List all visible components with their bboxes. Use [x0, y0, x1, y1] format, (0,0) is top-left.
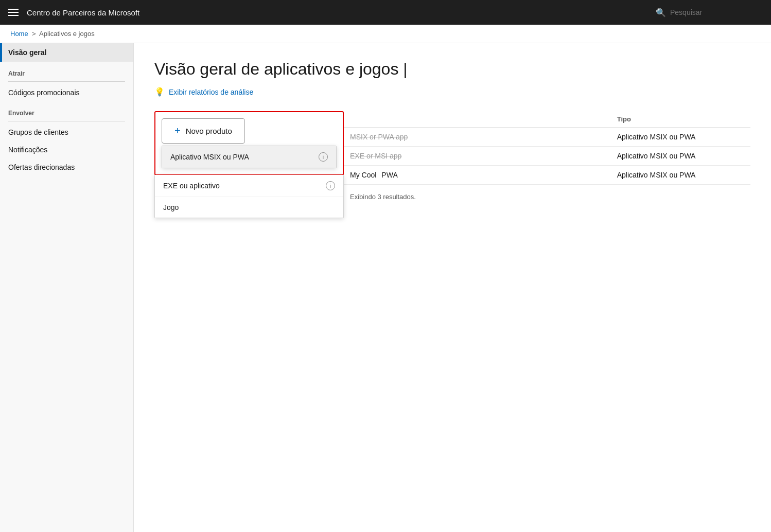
page-title: Visão geral de aplicativos e jogos |: [154, 60, 750, 79]
navbar: Centro de Parceiros da Microsoft 🔍: [0, 0, 771, 25]
dropdown-menu: Aplicativo MSIX ou PWA i: [162, 146, 337, 168]
dropdown-menu-extra: EXE ou aplicativo i Jogo: [154, 175, 344, 218]
sidebar-section-envolver: Envolver: [0, 101, 133, 119]
table-cell-name-2: EXE or MSI app: [350, 152, 617, 160]
navbar-title: Centro de Parceiros da Microsoft: [27, 8, 650, 17]
red-box: + Novo produto Aplicativo MSIX ou PWA i: [154, 111, 344, 175]
sidebar-item-visao-geral[interactable]: Visão geral: [0, 43, 133, 62]
search-icon: 🔍: [656, 8, 666, 17]
table-col-name-header: [350, 115, 617, 123]
table-cell-name-3: My Cool PWA: [350, 171, 617, 179]
main-content: Visão geral de aplicativos e jogos | 💡 E…: [134, 43, 771, 532]
sidebar-section-atrair: Atrair: [0, 62, 133, 79]
sidebar-divider-2: [8, 121, 125, 121]
layout: Visão geral Atrair Códigos promocionais …: [0, 43, 771, 532]
dropdown-item-jogo[interactable]: Jogo: [155, 197, 343, 218]
table-cell-type-3: Aplicativo MSIX ou PWA: [617, 171, 750, 179]
sidebar-item-ofertas[interactable]: Ofertas direcionadas: [0, 158, 133, 176]
dropdown-jogo-label: Jogo: [163, 203, 179, 211]
new-product-button[interactable]: + Novo produto: [162, 118, 245, 144]
sidebar-item-grupos[interactable]: Grupos de clientes: [0, 123, 133, 141]
table-cell-type-1: Aplicativo MSIX ou PWA: [617, 133, 750, 141]
table-cell-name-1: MSIX or PWA app: [350, 133, 617, 141]
sidebar-item-codigos[interactable]: Códigos promocionais: [0, 84, 133, 101]
table-cell-type-2: Aplicativo MSIX ou PWA: [617, 152, 750, 160]
search-input[interactable]: [670, 8, 752, 16]
analytics-link[interactable]: 💡 Exibir relatórios de análise: [154, 87, 750, 97]
app-name-mycool: My Cool: [350, 171, 376, 179]
lightbulb-icon: 💡: [154, 87, 165, 97]
sidebar: Visão geral Atrair Códigos promocionais …: [0, 43, 134, 532]
product-dropdown-region: + Novo produto Aplicativo MSIX ou PWA i: [154, 111, 344, 218]
plus-icon: +: [174, 125, 181, 137]
table-col-type-header: Tipo: [617, 115, 750, 123]
breadcrumb-current: Aplicativos e jogos: [39, 30, 95, 38]
info-icon-exe[interactable]: i: [326, 181, 335, 190]
hamburger-menu[interactable]: [8, 9, 19, 16]
app-name-tag-group: My Cool PWA: [350, 171, 398, 179]
app-name-strikethrough-1: MSIX or PWA app: [350, 133, 408, 141]
sidebar-divider-1: [8, 81, 125, 82]
breadcrumb-home[interactable]: Home: [10, 30, 28, 38]
dropdown-item-exe[interactable]: EXE ou aplicativo i: [155, 175, 343, 197]
app-tag-pwa: PWA: [381, 171, 397, 179]
dropdown-exe-label: EXE ou aplicativo: [163, 182, 220, 190]
new-product-label: Novo produto: [186, 127, 232, 135]
info-icon-msix[interactable]: i: [319, 152, 328, 162]
analytics-link-text: Exibir relatórios de análise: [169, 88, 253, 96]
sidebar-item-notificacoes[interactable]: Notificações: [0, 141, 133, 158]
dropdown-msix-label: Aplicativo MSIX ou PWA: [170, 153, 249, 161]
content-area: + Novo produto Aplicativo MSIX ou PWA i: [154, 111, 750, 201]
dropdown-item-msix[interactable]: Aplicativo MSIX ou PWA i: [162, 146, 336, 168]
app-name-strikethrough-2: EXE or MSI app: [350, 152, 401, 160]
search-bar: 🔍: [650, 6, 763, 20]
breadcrumb: Home > Aplicativos e jogos: [0, 25, 771, 43]
